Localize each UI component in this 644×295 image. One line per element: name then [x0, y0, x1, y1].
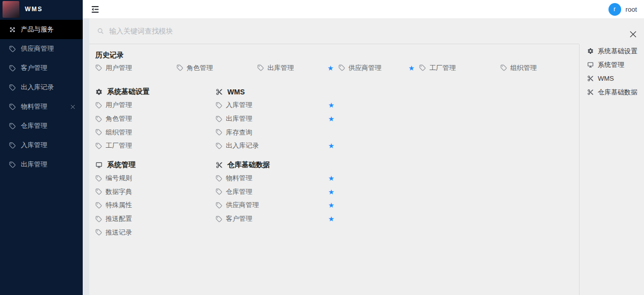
module-label: 入库管理	[226, 101, 252, 110]
tag-icon	[216, 102, 222, 109]
module-item-inout-records[interactable]: 出入库记录 ★	[216, 139, 338, 153]
quick-nav-label: WMS	[598, 75, 614, 82]
module-item-role-mgmt[interactable]: 角色管理	[95, 112, 216, 126]
section-warehouse-base-data: 仓库基础数据 物料管理 ★ 仓库管理 ★ 供应商管理	[216, 160, 338, 239]
quick-nav-wms[interactable]: WMS	[580, 72, 644, 85]
star-icon[interactable]: ★	[328, 142, 334, 149]
tag-icon	[9, 142, 16, 149]
module-item-org-mgmt[interactable]: 组织管理	[95, 125, 216, 139]
scissors-icon	[587, 89, 594, 95]
module-item-push-config[interactable]: 推送配置	[95, 212, 216, 226]
sidebar-item-label: 产品与服务	[21, 25, 54, 34]
sidebar-item-label: 客户管理	[21, 63, 47, 73]
star-icon[interactable]: ★	[328, 175, 334, 182]
module-label: 特殊属性	[106, 201, 132, 210]
star-icon[interactable]: ★	[328, 102, 334, 109]
tag-icon	[95, 102, 102, 109]
star-icon[interactable]: ★	[328, 115, 334, 122]
module-label: 推送记录	[106, 228, 132, 237]
sidebar-item-inbound-mgmt[interactable]: 入库管理	[0, 136, 83, 155]
sidebar-item-products-services[interactable]: 产品与服务	[0, 20, 83, 39]
section-title: 系统基础设置	[107, 87, 150, 96]
monitor-icon	[95, 161, 103, 169]
sidebar-item-inout-records[interactable]: 出入库记录	[0, 78, 83, 97]
quick-nav-warehouse-base-data[interactable]: 仓库基础数据	[580, 85, 644, 99]
module-label: 客户管理	[226, 214, 252, 223]
module-item-user-mgmt[interactable]: 用户管理	[95, 99, 216, 112]
module-sections: 系统基础设置 用户管理 角色管理 组织管理	[95, 87, 579, 239]
history-item-outbound-mgmt[interactable]: 出库管理 ★	[257, 61, 338, 75]
search-header	[89, 18, 579, 44]
topbar-user[interactable]: r root	[608, 3, 637, 16]
tag-icon	[9, 161, 16, 168]
sidebar-item-supplier-mgmt[interactable]: 供应商管理	[0, 39, 83, 58]
section-system-mgmt: 系统管理 编号规则 数据字典 特殊属性	[95, 160, 216, 239]
module-label: 供应商管理	[349, 63, 382, 73]
search-input[interactable]	[108, 26, 579, 36]
history-title: 历史记录	[95, 51, 579, 60]
star-icon[interactable]: ★	[328, 188, 334, 195]
module-label: 供应商管理	[226, 201, 259, 210]
scissors-icon	[216, 161, 223, 169]
history-item-supplier-mgmt[interactable]: 供应商管理 ★	[338, 61, 420, 75]
module-label: 用户管理	[106, 63, 132, 73]
quick-nav-label: 系统基础设置	[598, 47, 637, 56]
monitor-icon	[587, 61, 594, 68]
module-item-numbering-rules[interactable]: 编号规则	[95, 172, 216, 185]
module-label: 库存查询	[226, 128, 252, 137]
star-icon[interactable]: ★	[408, 64, 415, 72]
sidebar-nav: 产品与服务 供应商管理 客户管理 出入库记录 物料管理 仓库管理 入库管理	[0, 20, 83, 174]
history-item-factory-mgmt[interactable]: 工厂管理	[419, 61, 500, 75]
module-item-customer-mgmt[interactable]: 客户管理 ★	[216, 212, 338, 226]
module-label: 编号规则	[106, 174, 132, 183]
module-label: 角色管理	[106, 114, 132, 123]
module-label: 仓库管理	[226, 187, 252, 196]
section-title: 仓库基础数据	[227, 160, 270, 170]
content-gap-strip	[83, 18, 89, 295]
module-item-outbound-mgmt[interactable]: 出库管理 ★	[216, 112, 338, 126]
sidebar-item-material-mgmt[interactable]: 物料管理	[0, 97, 83, 116]
gear-icon	[95, 88, 103, 95]
module-item-factory-mgmt[interactable]: 工厂管理	[95, 139, 216, 153]
star-icon[interactable]: ★	[328, 202, 334, 209]
section-wms: WMS 入库管理 ★ 出库管理 ★ 库存查询	[216, 87, 338, 153]
star-icon[interactable]: ★	[328, 215, 334, 222]
sidebar-item-outbound-mgmt[interactable]: 出库管理	[0, 155, 83, 174]
module-item-supplier-mgmt[interactable]: 供应商管理 ★	[216, 199, 338, 212]
sidebar-item-warehouse-mgmt[interactable]: 仓库管理	[0, 116, 83, 136]
module-item-special-attributes[interactable]: 特殊属性	[95, 199, 216, 212]
tag-icon	[9, 123, 16, 129]
module-item-warehouse-mgmt[interactable]: 仓库管理 ★	[216, 185, 338, 199]
tag-icon	[216, 175, 222, 182]
section-header: 仓库基础数据	[216, 160, 338, 170]
module-label: 用户管理	[106, 101, 132, 110]
quick-nav-system-mgmt[interactable]: 系统管理	[580, 58, 644, 72]
menu-fold-icon[interactable]	[90, 5, 100, 14]
module-label: 出库管理	[226, 114, 252, 123]
tag-icon	[216, 188, 222, 195]
history-item-role-mgmt[interactable]: 角色管理	[177, 61, 258, 75]
avatar[interactable]: r	[608, 3, 621, 16]
module-item-stock-query[interactable]: 库存查询	[216, 125, 338, 139]
history-item-org-mgmt[interactable]: 组织管理	[500, 61, 580, 75]
module-item-inbound-mgmt[interactable]: 入库管理 ★	[216, 99, 338, 112]
tag-icon	[500, 64, 507, 71]
sidebar-item-customer-mgmt[interactable]: 客户管理	[0, 58, 83, 78]
module-item-push-records[interactable]: 推送记录	[95, 226, 216, 240]
logo-row: WMS	[0, 0, 83, 18]
star-icon[interactable]: ★	[327, 64, 334, 72]
quick-nav-system-base[interactable]: 系统基础设置	[580, 44, 644, 58]
section-system-base: 系统基础设置 用户管理 角色管理 组织管理	[95, 87, 216, 153]
history-item-user-mgmt[interactable]: 用户管理	[95, 61, 177, 75]
module-item-data-dictionary[interactable]: 数据字典	[95, 185, 216, 199]
scissors-icon	[587, 75, 594, 82]
close-icon[interactable]	[70, 104, 76, 110]
scissors-icon	[216, 88, 223, 95]
close-icon[interactable]	[629, 30, 637, 39]
tag-icon	[95, 202, 102, 209]
tag-icon	[9, 84, 16, 91]
module-label: 工厂管理	[106, 141, 132, 150]
tag-icon	[95, 175, 102, 182]
module-item-material-mgmt[interactable]: 物料管理 ★	[216, 172, 338, 185]
quick-nav-panel: 系统基础设置 系统管理 WMS 仓库基础数据	[579, 44, 644, 295]
